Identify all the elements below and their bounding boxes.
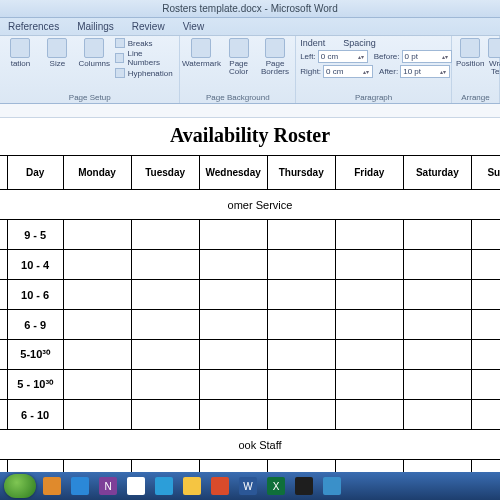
columns-button[interactable]: Columns: [78, 38, 111, 68]
position-button[interactable]: Position: [456, 38, 484, 68]
taskbar-app-5[interactable]: [152, 475, 176, 497]
group-paragraph: Indent Spacing Left:0 cm▴▾ Before:0 pt▴▾…: [296, 36, 452, 103]
paragraph-label: Paragraph: [300, 93, 447, 102]
taskbar-app-3[interactable]: N: [96, 475, 120, 497]
table-row: 9 - 5: [0, 220, 500, 250]
watermark-icon: [191, 38, 211, 58]
page-borders-icon: [265, 38, 285, 58]
breaks-icon: [115, 38, 125, 48]
page-color-button[interactable]: Page Color: [222, 38, 254, 76]
page-background-label: Page Background: [184, 93, 291, 102]
taskbar-app-11[interactable]: [320, 475, 344, 497]
columns-icon: [84, 38, 104, 58]
table-row: 6 - 10: [0, 400, 500, 430]
wrap-icon: [488, 38, 500, 58]
start-button[interactable]: [4, 474, 36, 498]
group-page-setup: tation Size Columns Breaks Line Numbers …: [0, 36, 180, 103]
taskbar-excel[interactable]: X: [264, 475, 288, 497]
ruler[interactable]: [0, 104, 500, 118]
ribbon-tabs: References Mailings Review View: [0, 18, 500, 36]
header-wednesday: Wednesday: [199, 156, 267, 190]
table-header-row: /t Day Monday Tuesday Wednesday Thursday…: [0, 156, 500, 190]
table-row: 5 - 10³⁰: [0, 370, 500, 400]
window-title: Rosters template.docx - Microsoft Word: [162, 3, 337, 14]
taskbar-app-10[interactable]: [292, 475, 316, 497]
header-day: Day: [7, 156, 63, 190]
spacing-after-input[interactable]: 10 pt▴▾: [400, 65, 450, 78]
table-row: t5-10³⁰: [0, 340, 500, 370]
ribbon: tation Size Columns Breaks Line Numbers …: [0, 36, 500, 104]
taskbar-app-7[interactable]: [208, 475, 232, 497]
spacing-before-input[interactable]: 0 pt▴▾: [402, 50, 452, 63]
taskbar-app-6[interactable]: [180, 475, 204, 497]
table-row: 6 - 9: [0, 310, 500, 340]
page-setup-label: Page Setup: [4, 93, 175, 102]
tab-view[interactable]: View: [183, 21, 205, 32]
tab-review[interactable]: Review: [132, 21, 165, 32]
group-page-background: Watermark Page Color Page Borders Page B…: [180, 36, 296, 103]
header-friday: Friday: [335, 156, 403, 190]
wrap-text-button[interactable]: Wrap Text: [488, 38, 500, 76]
roster-table: /t Day Monday Tuesday Wednesday Thursday…: [0, 155, 500, 472]
size-button[interactable]: Size: [41, 38, 74, 68]
taskbar-app-2[interactable]: [68, 475, 92, 497]
header-tuesday: Tuesday: [131, 156, 199, 190]
line-numbers-icon: [115, 53, 125, 63]
indent-left-input[interactable]: 0 cm▴▾: [318, 50, 368, 63]
table-row: [0, 460, 500, 473]
page-title: Availability Roster: [0, 118, 500, 155]
header-thursday: Thursday: [267, 156, 335, 190]
header-saturday: Saturday: [403, 156, 471, 190]
section-cook-staff: ook Staff: [0, 430, 500, 460]
hyphenation-button[interactable]: Hyphenation: [115, 68, 176, 78]
tab-mailings[interactable]: Mailings: [77, 21, 114, 32]
size-icon: [47, 38, 67, 58]
taskbar-app-4[interactable]: [124, 475, 148, 497]
line-numbers-button[interactable]: Line Numbers: [115, 49, 176, 67]
indent-right-input[interactable]: 0 cm▴▾: [323, 65, 373, 78]
arrange-label: Arrange: [456, 93, 495, 102]
document-area[interactable]: Availability Roster /t Day Monday Tuesda…: [0, 118, 500, 472]
spacing-label: Spacing: [343, 38, 376, 48]
section-customer-service: omer Service: [0, 190, 500, 220]
breaks-button[interactable]: Breaks: [115, 38, 176, 48]
page-borders-button[interactable]: Page Borders: [259, 38, 291, 76]
position-icon: [460, 38, 480, 58]
table-row: 10 - 6: [0, 280, 500, 310]
watermark-button[interactable]: Watermark: [184, 38, 218, 68]
header-sunday: Sunday: [471, 156, 500, 190]
table-row: 10 - 4: [0, 250, 500, 280]
header-cut: /t: [0, 156, 7, 190]
orientation-icon: [10, 38, 30, 58]
group-arrange: Position Wrap Text Bring Forward Send Ba…: [452, 36, 500, 103]
page-color-icon: [229, 38, 249, 58]
taskbar-word[interactable]: W: [236, 475, 260, 497]
hyphenation-icon: [115, 68, 125, 78]
header-monday: Monday: [63, 156, 131, 190]
taskbar: N W X: [0, 472, 500, 500]
orientation-button[interactable]: tation: [4, 38, 37, 68]
taskbar-app-1[interactable]: [40, 475, 64, 497]
tab-references[interactable]: References: [8, 21, 59, 32]
window-titlebar: Rosters template.docx - Microsoft Word: [0, 0, 500, 18]
indent-label: Indent: [300, 38, 325, 48]
